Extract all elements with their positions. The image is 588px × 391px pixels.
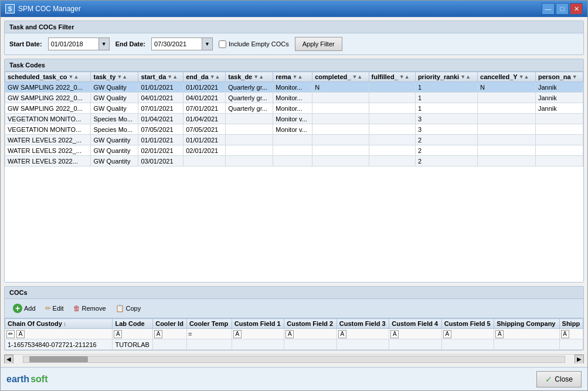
task-codes-row[interactable]: VEGETATION MONITO...Species Mo...07/05/2… [5, 124, 583, 135]
coc-col-shipp[interactable]: Shipp [559, 319, 583, 329]
task-codes-row[interactable]: GW SAMPLING 2022_0...GW Quality01/01/202… [5, 82, 583, 93]
window-close-button[interactable]: ✕ [570, 3, 583, 15]
cocs-filter-icon[interactable]: A [561, 330, 569, 338]
remove-label: Remove [82, 305, 106, 312]
include-empty-text: Include Empty COCs [229, 40, 289, 47]
coc-col-lab[interactable]: Lab Code [113, 319, 153, 329]
scroll-thumb[interactable] [29, 356, 88, 362]
task-codes-row[interactable]: GW SAMPLING 2022_0...GW Quality04/01/202… [5, 93, 583, 103]
bottom-bar: earthsoft ✓ Close [1, 367, 587, 390]
task-codes-cell: 2 [415, 135, 477, 145]
include-empty-checkbox[interactable] [219, 40, 226, 48]
cocs-table-container[interactable]: Chain Of Custody↕ Lab Code Cooler Id Coo… [5, 318, 583, 350]
task-codes-title: Task Codes [5, 59, 583, 72]
task-codes-cell [535, 156, 583, 166]
cocs-filter-cell: A [441, 329, 494, 339]
cocs-data-cell [232, 339, 284, 350]
col-person[interactable]: person_na▼ [535, 72, 583, 82]
coc-col-custom5[interactable]: Custom Field 5 [441, 319, 494, 329]
task-codes-row[interactable]: WATER LEVELS 2022_...GW Quantity02/01/20… [5, 145, 583, 156]
task-codes-cell: GW Quantity [91, 135, 138, 145]
cocs-filter-cell: = [186, 329, 232, 339]
edit-button[interactable]: ✏ Edit [42, 301, 67, 315]
col-end-da[interactable]: end_da▼▲ [183, 72, 226, 82]
task-codes-cell: GW Quality [91, 93, 138, 103]
cocs-filter-icon[interactable]: A [154, 330, 162, 338]
cocs-filter-icon[interactable]: A [443, 330, 451, 338]
cocs-filter-icon[interactable]: A [285, 330, 294, 338]
task-codes-row[interactable]: WATER LEVELS 2022...GW Quantity03/01/202… [5, 156, 583, 166]
cocs-data-cell [494, 339, 559, 350]
cocs-data-row[interactable]: 1-1657534840-072721-211216TUTORLAB [5, 339, 583, 350]
coc-col-custom1[interactable]: Custom Field 1 [232, 319, 284, 329]
col-task-ty[interactable]: task_ty▼▲ [91, 72, 138, 82]
task-codes-body: GW SAMPLING 2022_0...GW Quality01/01/202… [5, 82, 583, 166]
col-completed[interactable]: completed_▼▲ [312, 72, 369, 82]
maximize-button[interactable]: □ [556, 3, 569, 15]
task-codes-cell: GW Quality [91, 82, 138, 93]
horizontal-scrollbar[interactable]: ◀ ▶ [4, 354, 584, 363]
remove-icon: 🗑 [73, 304, 80, 312]
scroll-track[interactable] [23, 356, 565, 363]
task-codes-cell: 07/05/2021 [183, 124, 226, 135]
cocs-filter-icon[interactable]: A [390, 330, 399, 338]
cocs-filter-icon[interactable]: A [233, 330, 242, 338]
task-codes-row[interactable]: GW SAMPLING 2022_0...GW Quality07/01/202… [5, 103, 583, 114]
cocs-filter-icon[interactable]: A [114, 330, 122, 338]
col-rema[interactable]: rema▼▲ [273, 72, 312, 82]
col-task-de[interactable]: task_de▼▲ [226, 72, 273, 82]
task-codes-cell [369, 82, 415, 93]
col-scheduled-task[interactable]: scheduled_task_co▼▲ [5, 72, 91, 82]
apply-filter-button[interactable]: Apply Filter [295, 37, 342, 51]
task-codes-cell: VEGETATION MONITO... [5, 124, 91, 135]
start-date-input[interactable] [49, 38, 98, 50]
task-codes-cell: Species Mo... [91, 124, 138, 135]
task-codes-cell: 1 [415, 93, 477, 103]
cocs-header-row: Chain Of Custody↕ Lab Code Cooler Id Coo… [5, 319, 583, 329]
task-codes-cell: WATER LEVELS 2022_... [5, 145, 91, 156]
add-button[interactable]: + Add [9, 301, 39, 315]
coc-col-cooler-id[interactable]: Cooler Id [153, 319, 187, 329]
end-date-dropdown-arrow[interactable]: ▼ [202, 38, 212, 50]
task-codes-row[interactable]: WATER LEVELS 2022_...GW Quantity01/01/20… [5, 135, 583, 145]
end-date-input[interactable] [152, 38, 202, 50]
cocs-filter-row: ✏ AAA=AAAAAAA [5, 329, 583, 339]
start-date-dropdown-arrow[interactable]: ▼ [98, 38, 109, 50]
task-codes-table: scheduled_task_co▼▲ task_ty▼▲ start_da▼▲… [5, 72, 583, 166]
close-main-button[interactable]: ✓ Close [536, 371, 582, 387]
cocs-filter-icon[interactable]: A [338, 330, 346, 338]
coc-col-custom4[interactable]: Custom Field 4 [389, 319, 442, 329]
coc-col-shipping[interactable]: Shipping Company [494, 319, 559, 329]
col-cancelled[interactable]: cancelled_Y▼▲ [478, 72, 536, 82]
coc-filter-icon1[interactable]: ✏ [6, 330, 15, 338]
task-codes-cell: 01/04/2021 [138, 114, 183, 124]
minimize-button[interactable]: — [542, 3, 555, 15]
task-codes-cell: 01/01/2021 [183, 135, 226, 145]
copy-button[interactable]: 📋 Copy [112, 301, 145, 315]
task-codes-cell [226, 114, 273, 124]
remove-button[interactable]: 🗑 Remove [70, 301, 110, 315]
scroll-left-btn[interactable]: ◀ [4, 355, 13, 364]
task-codes-cell [535, 114, 583, 124]
filter-row: Start Date: ▼ End Date: ▼ Include Empty … [5, 33, 583, 55]
cocs-filter-cell: ✏ A [5, 329, 113, 339]
start-date-field[interactable]: ▼ [48, 38, 110, 50]
cocs-filter-cell: A [337, 329, 389, 339]
task-codes-cell: N [478, 82, 536, 93]
col-priority[interactable]: priority_ranki▼▲ [415, 72, 477, 82]
task-codes-cell [478, 114, 536, 124]
coc-col-chain[interactable]: Chain Of Custody↕ [5, 319, 113, 329]
task-codes-row[interactable]: VEGETATION MONITO...Species Mo...01/04/2… [5, 114, 583, 124]
task-codes-table-container[interactable]: scheduled_task_co▼▲ task_ty▼▲ start_da▼▲… [5, 72, 583, 282]
coc-filter-icon2[interactable]: A [16, 330, 25, 338]
coc-col-custom3[interactable]: Custom Field 3 [337, 319, 389, 329]
coc-col-custom2[interactable]: Custom Field 2 [284, 319, 337, 329]
col-start-da[interactable]: start_da▼▲ [138, 72, 183, 82]
task-codes-panel: Task Codes scheduled_task_co▼▲ task_ty▼▲… [4, 59, 584, 283]
task-codes-cell [535, 145, 583, 156]
col-fulfilled[interactable]: fulfilled_▼▲ [369, 72, 415, 82]
cocs-filter-icon[interactable]: A [495, 330, 504, 338]
scroll-right-btn[interactable]: ▶ [575, 355, 584, 364]
end-date-field[interactable]: ▼ [151, 38, 213, 50]
coc-col-cooler-temp[interactable]: Cooler Temp [186, 319, 232, 329]
